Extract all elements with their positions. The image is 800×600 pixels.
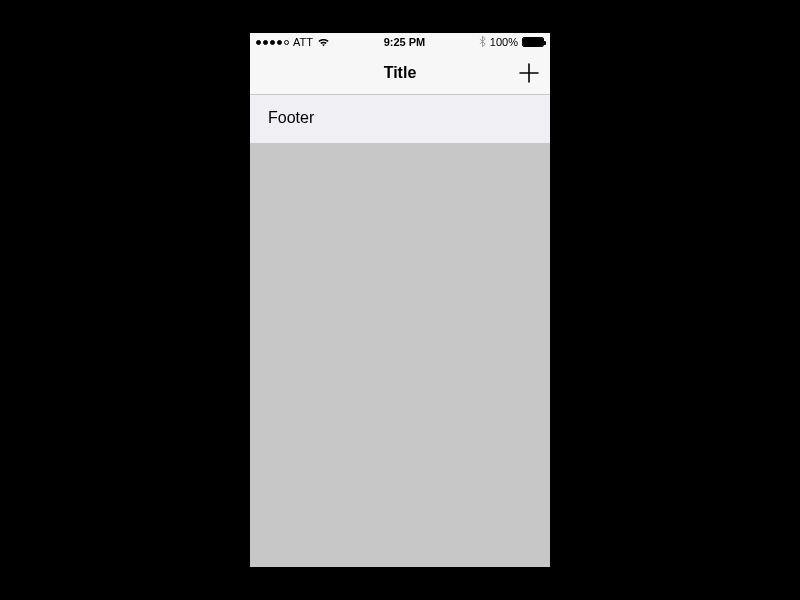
- phone-screen: ATT 9:25 PM 100% Title: [250, 33, 550, 567]
- wifi-icon: [317, 38, 330, 47]
- signal-dot: [270, 40, 275, 45]
- battery-icon: [522, 37, 544, 47]
- carrier-label: ATT: [293, 36, 313, 48]
- status-time: 9:25 PM: [384, 36, 426, 48]
- battery-percent: 100%: [490, 36, 518, 48]
- status-bar: ATT 9:25 PM 100%: [250, 33, 550, 51]
- navigation-bar: Title: [250, 51, 550, 95]
- add-button[interactable]: [518, 51, 540, 94]
- section-footer: Footer: [250, 95, 550, 143]
- signal-dot: [256, 40, 261, 45]
- signal-dot: [263, 40, 268, 45]
- signal-dots: [256, 40, 289, 45]
- table-view[interactable]: Footer: [250, 95, 550, 567]
- battery-fill: [523, 38, 543, 46]
- signal-dot: [277, 40, 282, 45]
- page-title: Title: [384, 64, 417, 82]
- bluetooth-icon: [479, 36, 486, 49]
- status-left: ATT: [256, 36, 330, 48]
- signal-dot: [284, 40, 289, 45]
- status-right: 100%: [479, 36, 544, 49]
- plus-icon: [518, 62, 540, 84]
